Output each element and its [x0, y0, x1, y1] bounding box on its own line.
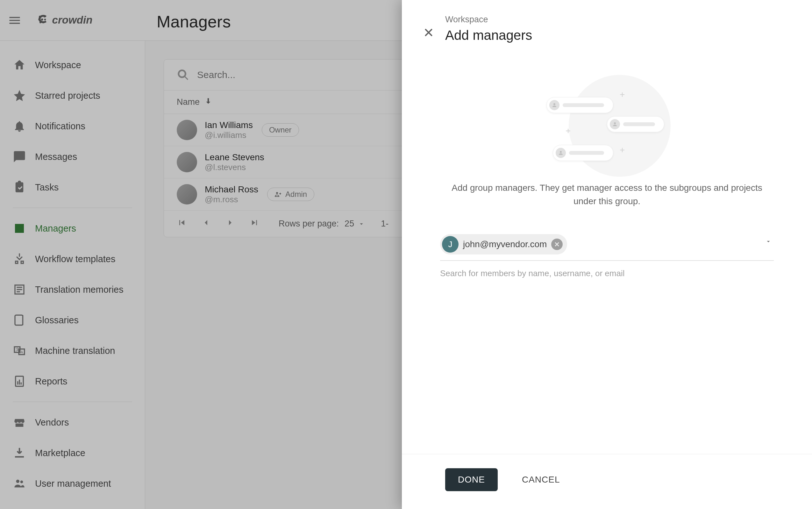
svg-point-5	[44, 19, 46, 21]
sidebar-item-managers[interactable]: Managers	[0, 213, 145, 244]
badge-icon	[13, 222, 26, 235]
input-helper-text: Search for members by name, username, or…	[440, 269, 774, 278]
mt-icon: 文A	[13, 344, 26, 358]
sheet-footer: DONE CANCEL	[402, 454, 812, 509]
svg-point-18	[554, 103, 555, 105]
rows-per-page-select[interactable]: 25	[345, 219, 365, 229]
svg-rect-13	[19, 380, 20, 385]
sidebar-item-label: Notifications	[35, 121, 85, 132]
pager-prev-button[interactable]	[201, 217, 211, 230]
glossary-icon	[13, 313, 26, 327]
chip-avatar: J	[442, 236, 459, 252]
people-icon	[13, 477, 26, 490]
search-input[interactable]	[197, 69, 388, 80]
star-icon	[13, 89, 26, 102]
member-name: Michael Ross	[205, 184, 258, 195]
sidebar-item-glossaries[interactable]: Glossaries	[0, 305, 145, 335]
svg-rect-14	[21, 382, 22, 385]
pager-last-button[interactable]	[249, 217, 259, 230]
avatar	[177, 120, 197, 140]
member-handle: @l.stevens	[205, 163, 264, 172]
sidebar-item-notifications[interactable]: Notifications	[0, 111, 145, 141]
sidebar-item-label: Glossaries	[35, 315, 79, 326]
member-chip: J john@myvendor.com	[440, 234, 567, 254]
search-icon	[177, 68, 189, 81]
sidebar-item-label: Vendors	[35, 417, 69, 428]
svg-point-20	[560, 151, 562, 153]
chip-text: john@myvendor.com	[463, 239, 547, 249]
clipboard-icon	[13, 180, 26, 194]
sidebar-item-tasks[interactable]: Tasks	[0, 172, 145, 203]
avatar	[177, 184, 197, 204]
member-name: Leane Stevens	[205, 152, 264, 163]
dropdown-icon	[358, 220, 365, 228]
sidebar-item-label: Reports	[35, 376, 68, 387]
sidebar-item-workspace[interactable]: Workspace	[0, 50, 145, 80]
sidebar-item-starred[interactable]: Starred projects	[0, 80, 145, 111]
sidebar-item-label: User management	[35, 478, 111, 489]
sidebar: Workspace Starred projects Notifications…	[0, 41, 145, 509]
svg-text:A: A	[21, 350, 24, 354]
brand-logo: crowdin	[32, 13, 128, 28]
svg-text:文: 文	[15, 347, 20, 352]
svg-point-4	[41, 19, 43, 21]
chip-remove-button[interactable]	[551, 239, 563, 250]
tm-icon	[13, 283, 26, 296]
page-title: Managers	[157, 12, 231, 31]
avatar	[177, 152, 197, 172]
svg-rect-12	[17, 381, 19, 385]
pager-first-button[interactable]	[177, 217, 187, 230]
sidebar-item-label: Starred projects	[35, 91, 100, 101]
cancel-button[interactable]: CANCEL	[509, 468, 573, 491]
bell-icon	[13, 120, 26, 133]
illustration: + + +	[440, 72, 774, 167]
svg-point-1	[41, 15, 43, 17]
svg-point-6	[39, 21, 41, 23]
close-icon	[423, 27, 435, 38]
sidebar-item-label: Workspace	[35, 60, 81, 70]
sidebar-item-tm[interactable]: Translation memories	[0, 274, 145, 305]
close-button[interactable]	[421, 25, 436, 40]
pager-next-button[interactable]	[225, 217, 235, 230]
sheet-title: Add managers	[445, 28, 532, 43]
sidebar-item-mt[interactable]: 文A Machine translation	[0, 335, 145, 366]
svg-point-3	[38, 19, 40, 21]
dropdown-toggle[interactable]	[765, 238, 772, 246]
add-managers-sheet: Workspace Add managers + + + Add group m…	[402, 0, 812, 509]
members-input[interactable]: J john@myvendor.com	[440, 230, 774, 261]
sort-arrow-down-icon	[204, 97, 212, 107]
reports-icon	[13, 375, 26, 388]
sidebar-item-vendors[interactable]: Vendors	[0, 407, 145, 438]
menu-icon	[8, 13, 22, 27]
sheet-description: Add group managers. They get manager acc…	[440, 181, 774, 208]
hamburger-menu-button[interactable]	[0, 13, 29, 27]
workflow-icon	[13, 252, 26, 266]
svg-point-17	[276, 192, 278, 194]
column-name-header: Name	[177, 97, 200, 107]
sidebar-item-workflow[interactable]: Workflow templates	[0, 244, 145, 274]
sidebar-divider	[13, 208, 132, 208]
sidebar-item-label: Machine translation	[35, 346, 115, 356]
admin-icon	[275, 191, 282, 198]
svg-point-15	[16, 480, 20, 483]
sidebar-divider	[13, 402, 132, 402]
sidebar-item-label: Marketplace	[35, 448, 85, 459]
rows-per-page-label: Rows per page:	[279, 219, 339, 229]
svg-point-0	[39, 15, 41, 18]
sidebar-item-marketplace[interactable]: Marketplace	[0, 438, 145, 468]
done-button[interactable]: DONE	[445, 468, 498, 491]
sidebar-item-label: Translation memories	[35, 284, 123, 295]
sidebar-item-label: Tasks	[35, 182, 59, 193]
sidebar-item-user-management[interactable]: User management	[0, 468, 145, 499]
role-badge: Admin	[267, 188, 314, 201]
member-handle: @m.ross	[205, 195, 258, 204]
home-icon	[13, 58, 26, 72]
svg-text:crowdin: crowdin	[52, 14, 93, 26]
chevron-down-icon	[765, 238, 772, 245]
member-handle: @i.williams	[205, 130, 253, 140]
svg-point-19	[614, 122, 616, 124]
sidebar-item-reports[interactable]: Reports	[0, 366, 145, 397]
close-icon	[554, 241, 560, 247]
sheet-breadcrumb: Workspace	[445, 15, 532, 25]
sidebar-item-messages[interactable]: Messages	[0, 141, 145, 172]
